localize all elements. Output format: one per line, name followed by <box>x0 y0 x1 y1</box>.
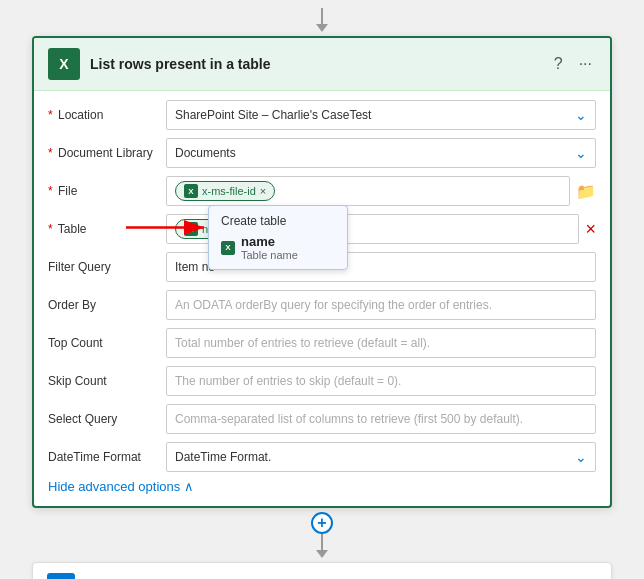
file-required: * <box>48 184 53 198</box>
table-row: * Table X name × <box>48 213 596 245</box>
top-count-placeholder: Total number of entries to retrieve (def… <box>175 336 430 350</box>
top-count-label: Top Count <box>48 336 166 350</box>
table-required: * <box>48 222 53 236</box>
create-table-popup: Create table X name Table name <box>208 205 348 270</box>
location-row: * Location SharePoint Site – Charlie's C… <box>48 99 596 131</box>
datetime-format-row: DateTime Format DateTime Format. ⌄ <box>48 441 596 473</box>
order-by-input[interactable]: An ODATA orderBy query for specifying th… <box>166 290 596 320</box>
popup-excel-icon: X <box>221 241 235 255</box>
card-body: * Location SharePoint Site – Charlie's C… <box>34 91 610 506</box>
datetime-format-value: DateTime Format. <box>175 450 271 464</box>
hide-advanced-button[interactable]: Hide advanced options ∧ <box>48 479 596 494</box>
doc-lib-chevron-icon: ⌄ <box>575 145 587 161</box>
skip-count-placeholder: The number of entries to skip (default =… <box>175 374 401 388</box>
add-step-button[interactable]: + <box>311 512 333 534</box>
connector-top <box>316 8 328 32</box>
connector-line-bottom <box>321 534 323 550</box>
datetime-chevron-icon: ⌄ <box>575 449 587 465</box>
popup-item-name: name <box>241 234 298 249</box>
location-value: SharePoint Site – Charlie's CaseTest <box>175 108 371 122</box>
arrow-down-top <box>316 24 328 32</box>
order-by-label: Order By <box>48 298 166 312</box>
document-library-label: * Document Library <box>48 146 166 160</box>
top-count-row: Top Count Total number of entries to ret… <box>48 327 596 359</box>
excel-icon-text: X <box>59 56 68 72</box>
create-table-title: Create table <box>221 214 335 228</box>
table-clear-button[interactable]: × <box>585 219 596 240</box>
file-tag-close-button[interactable]: × <box>260 185 266 197</box>
skip-count-label: Skip Count <box>48 374 166 388</box>
page-wrapper: X List rows present in a table ? ··· * L… <box>0 0 644 579</box>
file-label: * File <box>48 184 166 198</box>
select-query-placeholder: Comma-separated list of columns to retri… <box>175 412 523 426</box>
location-select[interactable]: SharePoint Site – Charlie's CaseTest ⌄ <box>166 100 596 130</box>
location-label: * Location <box>48 108 166 122</box>
select-query-row: Select Query Comma-separated list of col… <box>48 403 596 435</box>
hide-advanced-chevron-icon: ∧ <box>184 479 194 494</box>
card-header: X List rows present in a table ? ··· <box>34 38 610 91</box>
datetime-format-select[interactable]: DateTime Format. ⌄ <box>166 442 596 472</box>
location-required: * <box>48 108 53 122</box>
datetime-format-label: DateTime Format <box>48 450 166 464</box>
card-title: List rows present in a table <box>90 56 540 72</box>
header-icons: ? ··· <box>550 53 596 75</box>
more-options-button[interactable]: ··· <box>575 53 596 75</box>
select-query-input[interactable]: Comma-separated list of columns to retri… <box>166 404 596 434</box>
location-chevron-icon: ⌄ <box>575 107 587 123</box>
connector-line-top <box>321 8 323 24</box>
apply-to-each-icon: ⟳ <box>47 573 75 579</box>
help-button[interactable]: ? <box>550 53 567 75</box>
doc-lib-value: Documents <box>175 146 236 160</box>
popup-item-sub: Table name <box>241 249 298 261</box>
excel-icon-header: X <box>48 48 80 80</box>
document-library-row: * Document Library Documents ⌄ <box>48 137 596 169</box>
document-library-select[interactable]: Documents ⌄ <box>166 138 596 168</box>
apply-to-each-card: ⟳ Apply to each ··· <box>32 562 612 579</box>
connector-bottom: + <box>311 512 333 558</box>
file-row: * File X x-ms-file-id × 📁 <box>48 175 596 207</box>
order-by-placeholder: An ODATA orderBy query for specifying th… <box>175 298 492 312</box>
hide-advanced-label: Hide advanced options <box>48 479 180 494</box>
filter-query-label: Filter Query <box>48 260 166 274</box>
arrow-down-bottom <box>316 550 328 558</box>
doc-lib-required: * <box>48 146 53 160</box>
file-folder-icon[interactable]: 📁 <box>576 182 596 201</box>
select-query-label: Select Query <box>48 412 166 426</box>
order-by-row: Order By An ODATA orderBy query for spec… <box>48 289 596 321</box>
file-tag-value: x-ms-file-id <box>202 185 256 197</box>
red-arrow-indicator <box>126 216 216 243</box>
file-tags-input[interactable]: X x-ms-file-id × <box>166 176 570 206</box>
create-table-item[interactable]: X name Table name <box>221 234 335 261</box>
file-tag: X x-ms-file-id × <box>175 181 275 201</box>
top-count-input[interactable]: Total number of entries to retrieve (def… <box>166 328 596 358</box>
list-rows-card: X List rows present in a table ? ··· * L… <box>32 36 612 508</box>
skip-count-input[interactable]: The number of entries to skip (default =… <box>166 366 596 396</box>
file-tag-excel-icon: X <box>184 184 198 198</box>
skip-count-row: Skip Count The number of entries to skip… <box>48 365 596 397</box>
